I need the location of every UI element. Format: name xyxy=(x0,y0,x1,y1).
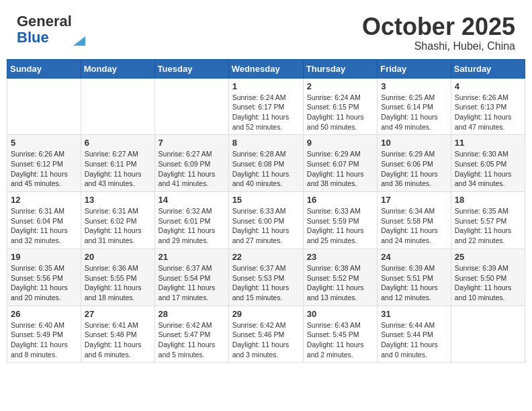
day-info: Sunrise: 6:40 AMSunset: 5:49 PMDaylight:… xyxy=(11,320,77,360)
sunset-text: Sunset: 5:46 PM xyxy=(232,330,300,340)
sunrise-text: Sunrise: 6:24 AM xyxy=(307,93,373,103)
sunset-text: Sunset: 5:52 PM xyxy=(307,273,373,283)
logo: General Blue xyxy=(17,13,85,46)
day-number: 31 xyxy=(381,309,447,319)
daylight-text: Daylight: 11 hours and 8 minutes. xyxy=(11,340,77,359)
sunrise-text: Sunrise: 6:38 AM xyxy=(307,263,373,273)
logo-general: General xyxy=(17,13,72,30)
sunset-text: Sunset: 5:57 PM xyxy=(455,216,521,226)
sunrise-text: Sunrise: 6:27 AM xyxy=(85,149,151,159)
calendar-cell: 11Sunrise: 6:30 AMSunset: 6:05 PMDayligh… xyxy=(451,135,525,192)
daylight-text: Daylight: 11 hours and 24 minutes. xyxy=(381,226,447,245)
calendar-cell xyxy=(81,78,154,135)
sunrise-text: Sunrise: 6:35 AM xyxy=(455,206,521,216)
day-number: 15 xyxy=(232,195,300,205)
daylight-text: Daylight: 11 hours and 12 minutes. xyxy=(381,283,447,302)
daylight-text: Daylight: 11 hours and 38 minutes. xyxy=(307,169,373,189)
sunrise-text: Sunrise: 6:36 AM xyxy=(85,263,151,273)
day-number: 29 xyxy=(232,309,300,319)
sunrise-text: Sunrise: 6:33 AM xyxy=(307,206,373,216)
day-info: Sunrise: 6:24 AMSunset: 6:17 PMDaylight:… xyxy=(232,93,300,132)
day-info: Sunrise: 6:44 AMSunset: 5:44 PMDaylight:… xyxy=(381,320,447,360)
sunset-text: Sunset: 5:56 PM xyxy=(11,273,77,283)
daylight-text: Daylight: 11 hours and 41 minutes. xyxy=(159,169,225,189)
calendar-cell xyxy=(451,306,525,363)
sunrise-text: Sunrise: 6:32 AM xyxy=(159,206,225,216)
day-number: 11 xyxy=(455,138,521,148)
sunrise-text: Sunrise: 6:44 AM xyxy=(381,320,447,330)
sunset-text: Sunset: 6:05 PM xyxy=(455,159,521,169)
day-info: Sunrise: 6:36 AMSunset: 5:55 PMDaylight:… xyxy=(85,263,151,303)
sunset-text: Sunset: 6:01 PM xyxy=(159,216,225,226)
day-number: 30 xyxy=(307,309,373,319)
daylight-text: Daylight: 11 hours and 22 minutes. xyxy=(455,226,521,245)
sunset-text: Sunset: 6:17 PM xyxy=(232,102,300,112)
calendar-cell: 14Sunrise: 6:32 AMSunset: 6:01 PMDayligh… xyxy=(154,192,228,249)
sunrise-text: Sunrise: 6:24 AM xyxy=(232,93,300,103)
sunset-text: Sunset: 5:49 PM xyxy=(11,330,77,340)
daylight-text: Daylight: 11 hours and 45 minutes. xyxy=(11,169,77,189)
month-title: October 2025 xyxy=(362,13,515,40)
day-number: 17 xyxy=(381,195,447,205)
sunset-text: Sunset: 6:11 PM xyxy=(85,159,151,169)
sunrise-text: Sunrise: 6:29 AM xyxy=(307,149,373,159)
calendar-cell: 2Sunrise: 6:24 AMSunset: 6:15 PMDaylight… xyxy=(303,78,377,135)
calendar-cell: 7Sunrise: 6:27 AMSunset: 6:09 PMDaylight… xyxy=(154,135,228,192)
day-info: Sunrise: 6:33 AMSunset: 6:00 PMDaylight:… xyxy=(232,206,300,246)
sunset-text: Sunset: 5:51 PM xyxy=(381,273,447,283)
daylight-text: Daylight: 11 hours and 10 minutes. xyxy=(455,283,521,302)
sunrise-text: Sunrise: 6:42 AM xyxy=(232,320,300,330)
day-number: 24 xyxy=(381,252,447,262)
day-info: Sunrise: 6:38 AMSunset: 5:52 PMDaylight:… xyxy=(307,263,373,303)
calendar-cell: 18Sunrise: 6:35 AMSunset: 5:57 PMDayligh… xyxy=(451,192,525,249)
day-info: Sunrise: 6:33 AMSunset: 5:59 PMDaylight:… xyxy=(307,206,373,246)
sunset-text: Sunset: 5:44 PM xyxy=(381,330,447,340)
calendar-cell: 22Sunrise: 6:37 AMSunset: 5:53 PMDayligh… xyxy=(228,248,303,306)
daylight-text: Daylight: 11 hours and 31 minutes. xyxy=(85,226,151,245)
day-info: Sunrise: 6:26 AMSunset: 6:13 PMDaylight:… xyxy=(455,93,521,132)
day-number: 16 xyxy=(307,195,373,205)
sunrise-text: Sunrise: 6:34 AM xyxy=(381,206,447,216)
sunrise-text: Sunrise: 6:39 AM xyxy=(381,263,447,273)
daylight-text: Daylight: 11 hours and 47 minutes. xyxy=(455,112,521,132)
day-info: Sunrise: 6:42 AMSunset: 5:46 PMDaylight:… xyxy=(232,320,300,360)
header-sunday: Sunday xyxy=(7,59,81,78)
day-number: 2 xyxy=(307,81,373,91)
calendar-cell: 30Sunrise: 6:43 AMSunset: 5:45 PMDayligh… xyxy=(303,306,377,363)
sunrise-text: Sunrise: 6:28 AM xyxy=(232,149,300,159)
sunrise-text: Sunrise: 6:42 AM xyxy=(159,320,225,330)
sunset-text: Sunset: 6:14 PM xyxy=(381,102,447,112)
sunset-text: Sunset: 6:07 PM xyxy=(307,159,373,169)
sunset-text: Sunset: 5:55 PM xyxy=(85,273,151,283)
sunset-text: Sunset: 6:02 PM xyxy=(85,216,151,226)
sunrise-text: Sunrise: 6:41 AM xyxy=(85,320,151,330)
day-info: Sunrise: 6:42 AMSunset: 5:47 PMDaylight:… xyxy=(159,320,225,360)
calendar-week-row: 12Sunrise: 6:31 AMSunset: 6:04 PMDayligh… xyxy=(7,192,525,249)
header-saturday: Saturday xyxy=(451,59,525,78)
daylight-text: Daylight: 11 hours and 17 minutes. xyxy=(159,283,225,302)
sunset-text: Sunset: 5:47 PM xyxy=(159,330,225,340)
calendar-cell: 15Sunrise: 6:33 AMSunset: 6:00 PMDayligh… xyxy=(228,192,303,249)
svg-marker-0 xyxy=(73,36,85,46)
header-monday: Monday xyxy=(81,59,154,78)
day-number: 26 xyxy=(11,309,77,319)
calendar-cell: 16Sunrise: 6:33 AMSunset: 5:59 PMDayligh… xyxy=(303,192,377,249)
header-wednesday: Wednesday xyxy=(228,59,303,78)
sunrise-text: Sunrise: 6:27 AM xyxy=(159,149,225,159)
sunrise-text: Sunrise: 6:40 AM xyxy=(11,320,77,330)
sunrise-text: Sunrise: 6:33 AM xyxy=(232,206,300,216)
daylight-text: Daylight: 11 hours and 3 minutes. xyxy=(232,340,300,359)
sunrise-text: Sunrise: 6:37 AM xyxy=(232,263,300,273)
day-number: 13 xyxy=(85,195,151,205)
daylight-text: Daylight: 11 hours and 2 minutes. xyxy=(307,340,373,359)
sunset-text: Sunset: 6:09 PM xyxy=(159,159,225,169)
daylight-text: Daylight: 11 hours and 40 minutes. xyxy=(232,169,300,189)
calendar-cell: 17Sunrise: 6:34 AMSunset: 5:58 PMDayligh… xyxy=(378,192,451,249)
day-number: 14 xyxy=(159,195,225,205)
day-info: Sunrise: 6:30 AMSunset: 6:05 PMDaylight:… xyxy=(455,149,521,189)
day-info: Sunrise: 6:26 AMSunset: 6:12 PMDaylight:… xyxy=(11,149,77,189)
calendar-week-row: 1Sunrise: 6:24 AMSunset: 6:17 PMDaylight… xyxy=(7,78,525,135)
daylight-text: Daylight: 11 hours and 13 minutes. xyxy=(307,283,373,302)
daylight-text: Daylight: 11 hours and 36 minutes. xyxy=(381,169,447,189)
daylight-text: Daylight: 11 hours and 50 minutes. xyxy=(307,112,373,132)
